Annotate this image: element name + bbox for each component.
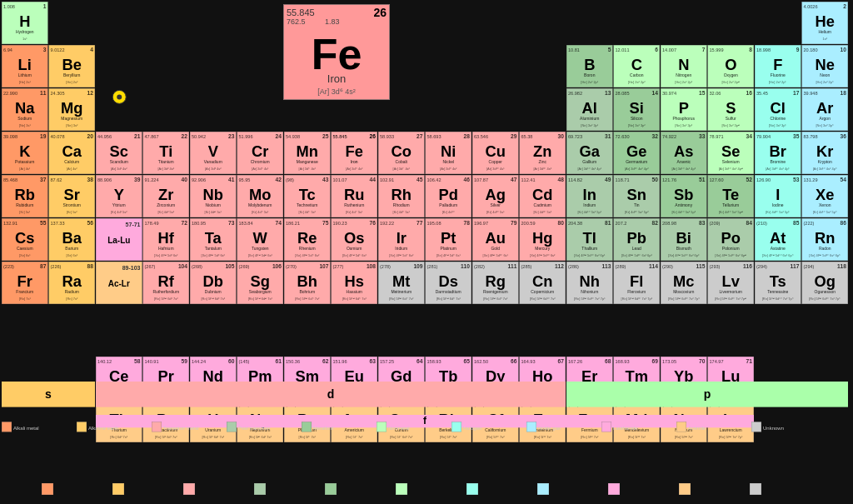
table-canvas: [0, 0, 853, 504]
periodic-table: [0, 0, 853, 504]
